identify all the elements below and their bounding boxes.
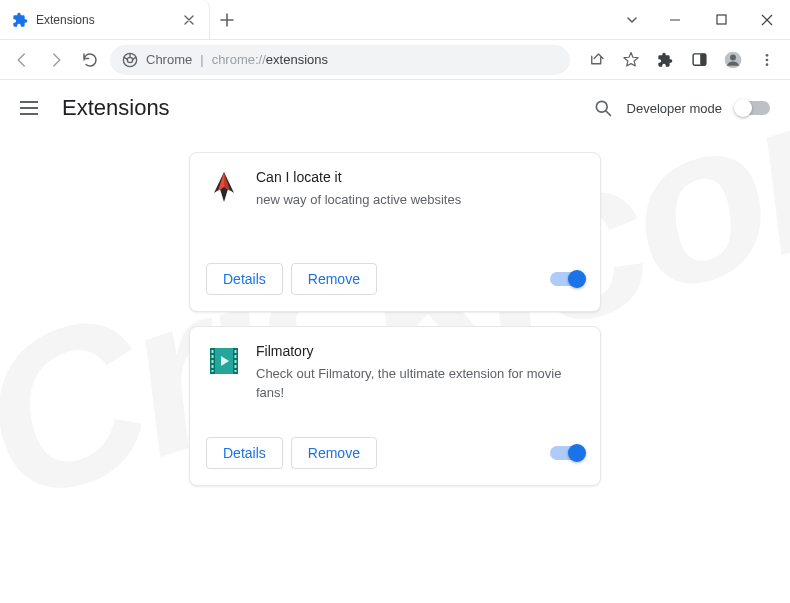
bookmark-star-icon[interactable] <box>616 45 646 75</box>
svg-rect-23 <box>235 370 237 372</box>
svg-point-8 <box>766 58 769 61</box>
svg-rect-20 <box>235 355 237 358</box>
svg-rect-22 <box>235 365 237 368</box>
extensions-list: Can I locate it new way of locating acti… <box>0 136 790 502</box>
extension-name: Can I locate it <box>256 169 584 185</box>
details-button[interactable]: Details <box>206 437 283 469</box>
hamburger-menu-icon[interactable] <box>20 96 44 120</box>
svg-point-9 <box>766 63 769 66</box>
extension-enable-toggle[interactable] <box>550 446 584 460</box>
developer-mode-toggle[interactable] <box>736 101 770 115</box>
back-button[interactable] <box>8 46 36 74</box>
forward-button[interactable] <box>42 46 70 74</box>
window-minimize-button[interactable] <box>652 0 698 40</box>
browser-tab[interactable]: Extensions <box>0 0 210 39</box>
remove-button[interactable]: Remove <box>291 263 377 295</box>
window-close-button[interactable] <box>744 0 790 40</box>
svg-point-7 <box>766 54 769 57</box>
window-maximize-button[interactable] <box>698 0 744 40</box>
svg-rect-18 <box>212 370 214 372</box>
remove-button[interactable]: Remove <box>291 437 377 469</box>
extension-card: Can I locate it new way of locating acti… <box>189 152 601 312</box>
reload-button[interactable] <box>76 46 104 74</box>
svg-rect-17 <box>212 365 214 368</box>
tab-title: Extensions <box>36 13 173 27</box>
svg-rect-19 <box>235 350 237 353</box>
extension-card: Filmatory Check out Filmatory, the ultim… <box>189 326 601 486</box>
extension-enable-toggle[interactable] <box>550 272 584 286</box>
tab-search-chevron-icon[interactable] <box>612 13 652 27</box>
close-tab-icon[interactable] <box>181 12 197 28</box>
details-button[interactable]: Details <box>206 263 283 295</box>
kebab-menu-icon[interactable] <box>752 45 782 75</box>
address-separator: | <box>200 52 203 67</box>
chrome-site-icon <box>122 52 138 68</box>
window-titlebar: Extensions <box>0 0 790 40</box>
new-tab-button[interactable] <box>210 0 244 39</box>
profile-avatar-icon[interactable] <box>718 45 748 75</box>
film-icon <box>206 343 242 379</box>
address-url: chrome://extensions <box>212 52 328 67</box>
svg-point-10 <box>596 101 607 112</box>
svg-rect-4 <box>700 54 706 65</box>
address-scheme: Chrome <box>146 52 192 67</box>
svg-rect-15 <box>212 355 214 358</box>
side-panel-icon[interactable] <box>684 45 714 75</box>
svg-rect-0 <box>717 15 726 24</box>
page-title: Extensions <box>62 95 170 121</box>
developer-mode-label: Developer mode <box>627 101 722 116</box>
svg-rect-14 <box>212 350 214 353</box>
address-bar[interactable]: Chrome | chrome://extensions <box>110 45 570 75</box>
svg-rect-21 <box>235 360 237 363</box>
extension-name: Filmatory <box>256 343 584 359</box>
svg-point-6 <box>730 54 736 60</box>
extension-description: new way of locating active websites <box>256 191 584 210</box>
puzzle-icon <box>12 12 28 28</box>
bird-icon <box>206 169 242 205</box>
browser-toolbar: Chrome | chrome://extensions <box>0 40 790 80</box>
extension-description: Check out Filmatory, the ultimate extens… <box>256 365 584 403</box>
extensions-puzzle-icon[interactable] <box>650 45 680 75</box>
search-icon[interactable] <box>593 98 613 118</box>
share-icon[interactable] <box>582 45 612 75</box>
extensions-page-header: Extensions Developer mode <box>0 80 790 136</box>
svg-point-2 <box>127 57 132 62</box>
svg-rect-16 <box>212 360 214 363</box>
